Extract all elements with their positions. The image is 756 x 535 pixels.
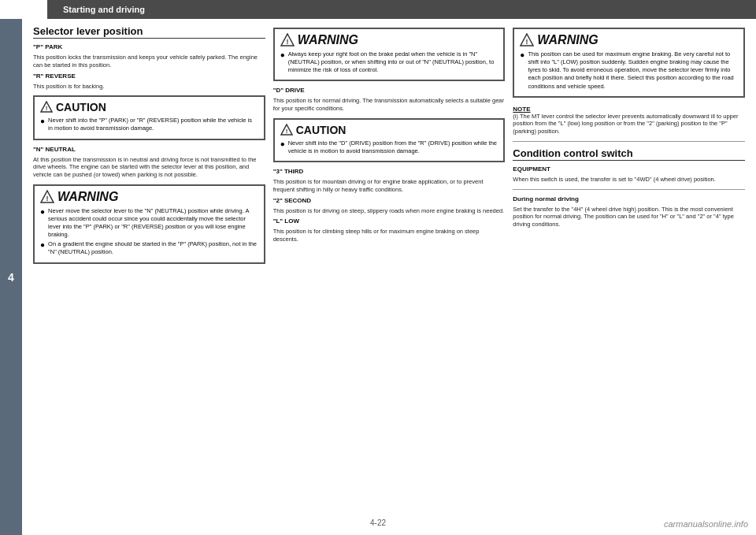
tab-number: 4: [8, 271, 14, 284]
bullet-icon: ●: [520, 50, 524, 91]
caution-box-2: ! CAUTION ● Never shift into the "D" (DR…: [273, 118, 506, 162]
caution-title-1: CAUTION: [56, 101, 106, 113]
svg-text:!: !: [46, 195, 49, 202]
warning-header-1: ! WARNING: [40, 190, 258, 204]
column-3: ! WARNING ● This position can be used fo…: [513, 25, 745, 529]
warning-title-2: WARNING: [298, 33, 358, 47]
second-text: This position is for driving on steep, s…: [273, 207, 506, 215]
warning-1-item-2: ● On a gradient the engine should be sta…: [40, 240, 258, 256]
caution-1-item-1: ● Never shift into the "P" (PARK) or "R"…: [40, 117, 258, 132]
note-text: (i) The MT lever control the selector le…: [513, 113, 745, 136]
p-park-label: "P" PARK: [33, 43, 265, 50]
svg-text:!: !: [286, 38, 288, 46]
caution-1-text-1: Never shift into the "P" (PARK) or "R" (…: [48, 117, 258, 132]
column-1: Selector lever position "P" PARK This po…: [33, 25, 265, 529]
warning-2-text-1: Always keep your right foot on the brake…: [288, 50, 498, 74]
bullet-icon: ●: [40, 207, 45, 240]
condition-text: When this switch is used, the transfer i…: [513, 176, 745, 184]
condition-title: Condition control switch: [513, 147, 745, 161]
caution-title-2: CAUTION: [296, 124, 346, 136]
note-title: NOTE: [513, 106, 745, 113]
warning-icon-3: !: [520, 33, 534, 47]
svg-text:!: !: [285, 128, 287, 135]
caution-2-text-1: Never shift into the "D" (DRIVE) positio…: [288, 139, 498, 155]
third-text: This position is for mountain driving or…: [273, 178, 506, 194]
warning-title-1: WARNING: [57, 190, 118, 204]
chapter-tab: 4: [0, 19, 22, 535]
content-area: 4 Selector lever position "P" PARK This …: [0, 19, 756, 535]
warning-1-text-2: On a gradient the engine should be start…: [48, 240, 258, 256]
p-park-text: This position locks the transmission and…: [33, 54, 265, 69]
watermark: carmanualsonline.info: [664, 519, 748, 529]
warning-box-2: ! WARNING ● Always keep your right foot …: [273, 28, 506, 81]
caution-icon-1: !: [40, 101, 53, 113]
d-drive-label: "D" DRIVE: [273, 87, 506, 94]
bullet-icon: ●: [40, 240, 45, 256]
svg-text:!: !: [46, 105, 48, 112]
caution-icon-2: !: [280, 124, 293, 136]
caution-box-1: ! CAUTION ● Never shift into the "P" (PA…: [33, 95, 265, 139]
d-drive-text: This position is for normal driving. The…: [273, 97, 506, 113]
bullet-icon: ●: [280, 50, 285, 74]
warning-title-3: WARNING: [537, 33, 598, 47]
warning-3-item-1: ● This position can be used for maximum …: [520, 50, 738, 91]
bullet-icon: ●: [40, 117, 45, 132]
driving-title: During normal driving: [513, 195, 745, 202]
note-section: NOTE (i) The MT lever control the select…: [513, 106, 745, 136]
column-2: ! WARNING ● Always keep your right foot …: [273, 25, 506, 529]
n-neutral-label: "N" NEUTRAL: [33, 146, 265, 153]
warning-header-3: ! WARNING: [520, 33, 738, 47]
low-text: This position is for climbing steep hill…: [273, 228, 506, 243]
warning-box-3: ! WARNING ● This position can be used fo…: [513, 28, 745, 98]
main-content: Selector lever position "P" PARK This po…: [22, 19, 756, 535]
low-label: "L" LOW: [273, 217, 506, 225]
warning-1-text-1: Never move the selector lever to the "N"…: [48, 207, 258, 240]
warning-1-item-1: ● Never move the selector lever to the "…: [40, 207, 258, 240]
page-header: Starting and driving: [47, 0, 756, 19]
r-reverse-label: "R" REVERSE: [33, 72, 265, 80]
warning-box-1: ! WARNING ● Never move the selector leve…: [33, 184, 265, 264]
header-title: Starting and driving: [63, 5, 145, 14]
section-title-selector: Selector lever position: [33, 25, 265, 39]
warning-icon-2: !: [280, 33, 295, 47]
bullet-icon: ●: [280, 139, 285, 155]
warning-2-item-1: ● Always keep your right foot on the bra…: [280, 50, 498, 74]
n-neutral-text: At this position the transmission is in …: [33, 156, 265, 179]
caution-header-2: ! CAUTION: [280, 124, 498, 136]
divider-2: [513, 189, 745, 190]
page-container: Starting and driving 4 Selector lever po…: [0, 0, 756, 535]
warning-icon-1: !: [40, 190, 54, 204]
divider-1: [513, 141, 745, 142]
third-label: "3" THIRD: [273, 168, 506, 175]
page-number: 4-22: [370, 518, 386, 527]
warning-3-text-1: This position can be used for maximum en…: [528, 50, 738, 91]
condition-sub: EQUIPMENT: [513, 165, 745, 173]
r-reverse-text: This position is for backing.: [33, 83, 265, 91]
caution-header-1: ! CAUTION: [40, 101, 258, 113]
driving-text: Set the transfer to the "4H" (4 wheel dr…: [513, 206, 745, 228]
caution-2-item-1: ● Never shift into the "D" (DRIVE) posit…: [280, 139, 498, 155]
second-label: "2" SECOND: [273, 197, 506, 204]
warning-header-2: ! WARNING: [280, 33, 498, 47]
svg-text:!: !: [526, 38, 528, 46]
